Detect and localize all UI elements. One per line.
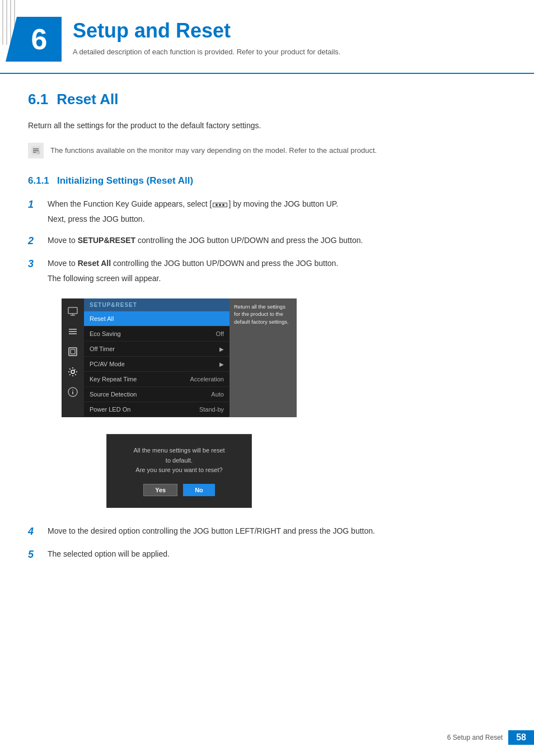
confirm-yes-button[interactable]: Yes — [143, 484, 177, 496]
chapter-badge: 6 — [17, 17, 62, 62]
note-box: The functions available on the monitor m… — [28, 143, 506, 158]
jog-icon-inline — [213, 203, 227, 207]
menu-item-label: Eco Saving — [90, 330, 121, 337]
menu-item-eco-saving: Eco Saving Off — [84, 326, 229, 342]
menu-arrow-icon: ▶ — [219, 361, 224, 367]
menu-item-label: Power LED On — [90, 406, 130, 413]
subsection-6-1-1-title: Initializing Settings (Reset All) — [57, 175, 193, 186]
step-1-text: When the Function Key Guide appears, sel… — [48, 198, 338, 225]
step-3-bold: Reset All — [78, 259, 111, 268]
page-subtitle: A detailed description of each function … — [73, 48, 340, 56]
menu-item-power-led: Power LED On Stand-by — [84, 402, 229, 417]
note-icon — [28, 143, 44, 158]
section-6-1-number: 6.1 — [28, 91, 48, 108]
page-footer: 6 Setup and Reset 58 — [0, 730, 534, 745]
menu-item-label: Off Timer — [90, 346, 115, 352]
menu-item-label: Source Detection — [90, 391, 137, 398]
svg-rect-7 — [33, 152, 36, 153]
menu-item-off-timer: Off Timer ▶ — [84, 342, 229, 357]
step-3: 3 Move to Reset All controlling the JOG … — [28, 257, 506, 284]
subsection-6-1-1-number: 6.1.1 — [28, 175, 49, 186]
menu-item-reset-all: Reset All — [84, 311, 229, 326]
page-title: Setup and Reset — [73, 20, 340, 42]
menu-item-label: Reset All — [90, 315, 114, 322]
step-2-number: 2 — [28, 234, 39, 248]
menu-arrow-icon: ▶ — [219, 346, 224, 352]
svg-rect-16 — [69, 348, 77, 356]
menu-panel-header: SETUP&RESET — [84, 298, 229, 311]
menu-item-value: Acceleration — [190, 376, 224, 382]
svg-point-21 — [72, 390, 73, 391]
screenshot-area: SETUP&RESET Reset All Eco Saving Off Off… — [62, 298, 506, 417]
chapter-number: 6 — [31, 22, 48, 56]
svg-rect-6 — [33, 150, 39, 151]
page-header: 6 Setup and Reset A detailed description… — [0, 0, 534, 74]
sidebar-lines-icon — [64, 323, 81, 340]
menu-item-value: Stand-by — [199, 406, 224, 413]
steps-list: 1 When the Function Key Guide appears, s… — [28, 198, 506, 284]
section-6-1-description: Return all the settings for the product … — [28, 119, 506, 132]
menu-item-label: Key Repeat Time — [90, 376, 137, 382]
step-5: 5 The selected option will be applied. — [28, 548, 506, 562]
menu-item-pcav-mode: PC/AV Mode ▶ — [84, 357, 229, 372]
confirm-dialog-wrapper: All the menu settings will be reset to d… — [84, 434, 506, 508]
section-6-1-header: 6.1 Reset All — [28, 91, 506, 108]
step-1-subtext: Next, press the JOG button. — [48, 213, 338, 225]
menu-item-source-detection: Source Detection Auto — [84, 387, 229, 402]
monitor-screenshot: SETUP&RESET Reset All Eco Saving Off Off… — [62, 298, 297, 417]
menu-tooltip: Return all the settings for the product … — [229, 298, 297, 417]
svg-rect-17 — [71, 349, 75, 354]
subsection-6-1-1-header: 6.1.1 Initializing Settings (Reset All) — [28, 175, 506, 186]
confirm-no-button[interactable]: No — [183, 484, 215, 496]
menu-item-value: Off — [216, 330, 224, 337]
step-3-subtext: The following screen will appear. — [48, 272, 338, 284]
step-1: 1 When the Function Key Guide appears, s… — [28, 198, 506, 225]
menu-item-key-repeat: Key Repeat Time Acceleration — [84, 372, 229, 387]
menu-panel: SETUP&RESET Reset All Eco Saving Off Off… — [84, 298, 229, 417]
header-text-block: Setup and Reset A detailed description o… — [73, 17, 340, 56]
page-number-badge: 58 — [508, 730, 534, 745]
confirm-dialog: All the menu settings will be reset to d… — [106, 434, 252, 508]
confirm-buttons: Yes No — [124, 484, 235, 496]
sidebar-info-icon — [64, 384, 81, 400]
step-3-text: Move to Reset All controlling the JOG bu… — [48, 257, 338, 284]
sidebar-gear-icon — [64, 363, 81, 380]
confirm-line1: All the menu settings will be reset — [133, 447, 224, 454]
step-5-number: 5 — [28, 548, 39, 562]
main-content: 6.1 Reset All Return all the settings fo… — [0, 91, 534, 604]
svg-rect-10 — [68, 307, 77, 314]
footer-label: 6 Setup and Reset — [447, 734, 503, 741]
svg-rect-5 — [33, 148, 39, 150]
step-4: 4 Move to the desired option controlling… — [28, 525, 506, 539]
svg-point-18 — [71, 370, 74, 374]
confirm-line3: Are you sure you want to reset? — [135, 466, 222, 473]
confirm-dialog-text: All the menu settings will be reset to d… — [124, 446, 235, 475]
step-1-number: 1 — [28, 198, 39, 212]
menu-item-label: PC/AV Mode — [90, 361, 125, 367]
step-4-number: 4 — [28, 525, 39, 539]
step-3-number: 3 — [28, 257, 39, 271]
step-2: 2 Move to SETUP&RESET controlling the JO… — [28, 234, 506, 248]
step-2-text: Move to SETUP&RESET controlling the JOG … — [48, 234, 363, 246]
note-text: The functions available on the monitor m… — [50, 143, 377, 156]
confirm-line2: to default. — [166, 457, 193, 464]
sidebar-square-icon — [64, 343, 81, 360]
section-6-1-title: Reset All — [57, 91, 118, 108]
sidebar-monitor-icon — [64, 303, 81, 320]
step-2-bold: SETUP&RESET — [78, 236, 135, 245]
menu-sidebar — [62, 298, 84, 417]
step-4-text: Move to the desired option controlling t… — [48, 525, 375, 537]
step-5-text: The selected option will be applied. — [48, 548, 170, 560]
menu-item-value: Auto — [211, 391, 224, 398]
